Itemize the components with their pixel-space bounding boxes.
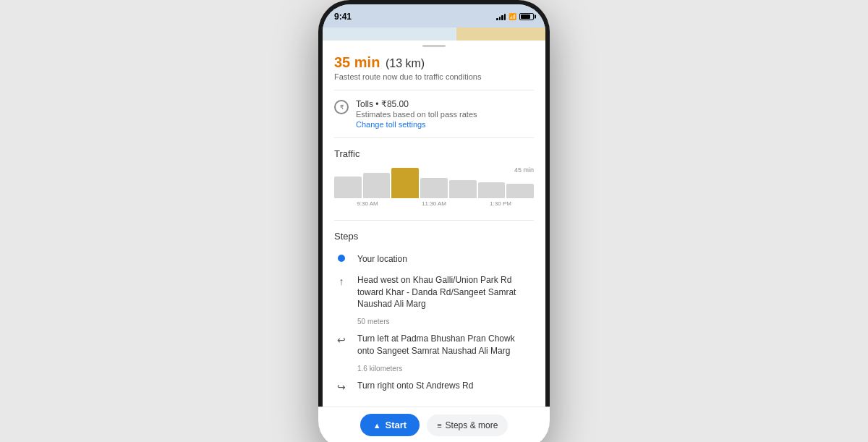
phone-screen: 9:41 📶: [323, 4, 545, 442]
status-time: 9:41: [334, 12, 352, 22]
steps-section: Steps Your location ↑ Head west on Khau …: [323, 225, 545, 400]
bottom-bar: ▲ Start ≡ Steps & more: [323, 407, 545, 442]
chart-max-label: 45 min: [514, 166, 534, 174]
status-icons: 📶: [496, 13, 534, 20]
tolls-subtitle: Estimates based on toll pass rates: [356, 110, 477, 119]
route-duration-value: 35 min: [334, 54, 380, 70]
tolls-info: Tolls • ₹85.00 Estimates based on toll p…: [356, 99, 477, 129]
steps-more-label: Steps & more: [446, 420, 498, 430]
start-button[interactable]: ▲ Start: [360, 414, 420, 436]
wifi-icon: 📶: [509, 13, 516, 20]
step-location-text: Your location: [357, 253, 534, 265]
navigation-icon: ▲: [373, 421, 381, 430]
traffic-title: Traffic: [334, 148, 534, 159]
location-dot-icon: [334, 255, 349, 262]
step-your-location: Your location: [334, 249, 534, 270]
step-1-text: Head west on Khau Galli/Union Park Rd to…: [357, 274, 534, 310]
step-2-text: Turn left at Padma Bhushan Pran Chowk on…: [357, 333, 534, 357]
map-preview: [323, 27, 545, 41]
chart-bar: [449, 180, 477, 198]
step-2: ↩ Turn left at Padma Bhushan Pran Chowk …: [334, 328, 534, 362]
step-3-text: Turn right onto St Andrews Rd: [357, 380, 534, 392]
chart-bar: [506, 184, 534, 198]
chart-bar: [420, 178, 448, 198]
steps-title: Steps: [334, 231, 534, 242]
time-label-1: 9:30 AM: [334, 200, 401, 207]
chart-bars: [334, 166, 534, 198]
drag-handle: [323, 41, 545, 48]
chart-bar: [334, 177, 362, 198]
start-label: Start: [386, 420, 407, 430]
arrow-up-icon: ↑: [334, 276, 349, 287]
chart-bar: [363, 173, 391, 198]
steps-more-button[interactable]: ≡ Steps & more: [427, 415, 508, 436]
time-label-3: 1:30 PM: [467, 200, 534, 207]
signal-icon: [496, 13, 506, 20]
divider-3: [334, 220, 534, 221]
tolls-section: ₹ Tolls • ₹85.00 Estimates based on toll…: [323, 95, 545, 133]
tolls-icon: ₹: [334, 100, 349, 114]
route-distance-value: (13 km): [386, 57, 425, 69]
divider-2: [334, 137, 534, 138]
step-1: ↑ Head west on Khau Galli/Union Park Rd …: [334, 270, 534, 315]
arrow-turn-left-icon: ↩: [334, 334, 349, 346]
traffic-section: Traffic 45 min 9:30 AM 11:30 AM: [323, 143, 545, 216]
time-label-2: 11:30 AM: [401, 200, 467, 207]
battery-icon: [519, 13, 534, 20]
status-bar: 9:41 📶: [323, 4, 545, 27]
route-header: 35 min (13 km) Fastest route now due to …: [323, 48, 545, 85]
change-toll-settings-link[interactable]: Change toll settings: [356, 120, 477, 129]
chart-bar: [478, 182, 506, 198]
chart-bar-highlighted: [391, 168, 419, 198]
traffic-chart: 45 min 9:30 AM 11:30 AM 1:30 PM: [334, 166, 534, 210]
content-area: 35 min (13 km) Fastest route now due to …: [323, 48, 545, 442]
drag-handle-bar: [422, 45, 446, 47]
route-subtitle: Fastest route now due to traffic conditi…: [334, 72, 534, 81]
chart-time-labels: 9:30 AM 11:30 AM 1:30 PM: [334, 200, 534, 207]
steps-list-icon: ≡: [437, 421, 441, 430]
arrow-turn-right-icon: ↪: [334, 381, 349, 393]
phone-frame: 9:41 📶: [318, 0, 550, 442]
divider-1: [334, 90, 534, 90]
step-1-distance: 50 meters: [334, 315, 534, 328]
step-2-distance: 1.6 kilometers: [334, 362, 534, 375]
tolls-title: Tolls • ₹85.00: [356, 99, 477, 109]
route-duration: 35 min (13 km): [334, 54, 534, 71]
step-3: ↪ Turn right onto St Andrews Rd: [334, 375, 534, 397]
